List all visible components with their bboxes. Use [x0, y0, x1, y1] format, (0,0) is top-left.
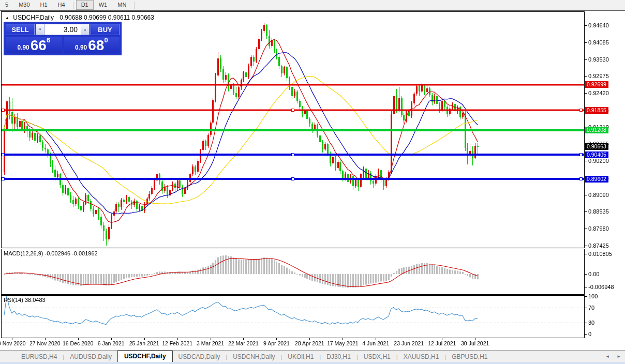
price-tick-label: 0.87425 [588, 242, 609, 249]
rsi-tick-label: 30 [588, 320, 594, 326]
tab-eurusd-h4[interactable]: EURUSD,H4 [16, 352, 63, 362]
sell-price-big: 66 [31, 38, 47, 53]
one-click-trading-panel: SELL ▼ 3.00 ▲ BUY 0.90666 0.90680 [4, 22, 122, 55]
tab-scroll-left-icon[interactable]: ◄ [605, 354, 609, 359]
price-tick-label: 0.92420 [588, 90, 609, 96]
toolbar-separator [73, 2, 73, 9]
price-tick-label: 0.87980 [588, 225, 609, 232]
macd-indicator-label: MACD(12,26,9) -0.002946 -0.001962 [4, 250, 98, 256]
volume-stepper: ▼ 3.00 ▲ [36, 24, 90, 35]
timeframe-button-mn[interactable]: MN [112, 0, 131, 10]
arrow-up-icon: ▲ [84, 28, 87, 31]
price-line-badge: 0.92699 [585, 81, 608, 88]
price-chart-canvas[interactable] [0, 10, 625, 350]
buy-price-big: 68 [88, 38, 104, 53]
tab-gbpusd-h1[interactable]: GBPUSD,H1 [446, 352, 493, 362]
toolbar-separator [134, 2, 135, 9]
price-line-badge: 0.90405 [585, 151, 608, 158]
buy-price-display[interactable]: 0.90680 [64, 37, 120, 53]
chart-header: ▲ USDCHF,Daily 0.90688 0.90699 0.90611 0… [5, 14, 154, 21]
price-line-badge: 0.91208 [585, 127, 608, 133]
tab-scroll-arrows: ◄ ► [605, 354, 625, 359]
timeframe-button-w1[interactable]: W1 [94, 0, 113, 10]
tab-usdx-h1[interactable]: USDX,H1 [358, 352, 396, 362]
timeframe-button-h4[interactable]: H4 [53, 0, 70, 10]
timeframe-button-d1[interactable]: D1 [76, 0, 94, 10]
tab-usdcad-daily[interactable]: USDCAD,Daily [173, 352, 226, 362]
buy-price-sup: 0 [104, 36, 108, 44]
sell-price-sup: 6 [47, 36, 50, 44]
chart-ohlc-values: 0.90688 0.90699 0.90611 0.90663 [59, 14, 154, 21]
date-tick-label: 30 Jul 2021 [455, 340, 495, 346]
sell-button[interactable]: SELL [6, 24, 35, 35]
price-tick-label: 0.89090 [588, 192, 609, 198]
volume-increase-button[interactable]: ▲ [81, 24, 90, 35]
price-tick-label: 0.94640 [588, 22, 609, 28]
timeframe-toolbar: 5M30H1H4D1W1MN [0, 0, 625, 10]
price-tick-label: 0.93530 [588, 56, 609, 63]
tab-dj30-h1[interactable]: DJ30,H1 [321, 352, 356, 362]
volume-input[interactable]: 3.00 [44, 24, 81, 35]
chart-tabs: EURUSD,H4|AUDUSD,DailyUSDCHF,DailyUSDCAD… [0, 351, 494, 362]
mt4-window: 5M30H1H4D1W1MN ▲ USDCHF,Daily 0.90688 0.… [0, 0, 625, 364]
rsi-indicator-label: RSI(14) 38.0483 [4, 297, 46, 303]
price-line-badge: 0.91855 [585, 107, 608, 114]
sell-price-prefix: 0.90 [17, 44, 29, 51]
price-tick-label: 0.90200 [588, 158, 609, 164]
rsi-tick-label: 0 [588, 331, 591, 337]
price-line-badge: 0.89602 [585, 176, 608, 183]
tab-audusd-daily[interactable]: AUDUSD,Daily [64, 352, 117, 362]
price-line-badge: 0.90663 [585, 143, 608, 150]
tab-ukoil-h1[interactable]: UKOil,H1 [282, 352, 319, 362]
macd-tick-label: 0.00 [588, 271, 599, 277]
price-tick-label: 0.94085 [588, 39, 609, 46]
collapse-trade-panel-icon[interactable]: ▲ [5, 16, 9, 20]
tab-usdcnh-daily[interactable]: USDCNH,Daily [227, 352, 280, 362]
tab-xauusd-h1[interactable]: XAUUSD,H1 [398, 352, 445, 362]
sell-price-display[interactable]: 0.90666 [6, 37, 62, 53]
chart-tab-bar: EURUSD,H4|AUDUSD,DailyUSDCHF,DailyUSDCAD… [0, 350, 625, 362]
tab-usdchf-daily[interactable]: USDCHF,Daily [117, 351, 173, 362]
bottom-strip [0, 362, 625, 364]
chart-area: ▲ USDCHF,Daily 0.90688 0.90699 0.90611 0… [0, 10, 625, 350]
timeframe-button-h1[interactable]: H1 [35, 0, 53, 10]
rsi-tick-label: 100 [588, 293, 598, 299]
price-tick-label: 0.88535 [588, 208, 609, 215]
rsi-tick-label: 70 [588, 305, 594, 311]
macd-tick-label: 0.010805 [588, 251, 612, 257]
volume-decrease-button[interactable]: ▼ [36, 24, 44, 35]
buy-button[interactable]: BUY [91, 24, 120, 35]
buy-price-prefix: 0.90 [75, 44, 87, 51]
price-tick-label: 0.92975 [588, 73, 609, 79]
timeframe-button-5[interactable]: 5 [0, 0, 13, 10]
chart-symbol-title: USDCHF,Daily [13, 14, 54, 21]
macd-tick-label: -0.006948 [588, 284, 614, 290]
timeframe-button-m30[interactable]: M30 [13, 0, 35, 10]
arrow-down-icon: ▼ [39, 28, 42, 31]
tab-scroll-right-icon[interactable]: ► [617, 354, 621, 359]
